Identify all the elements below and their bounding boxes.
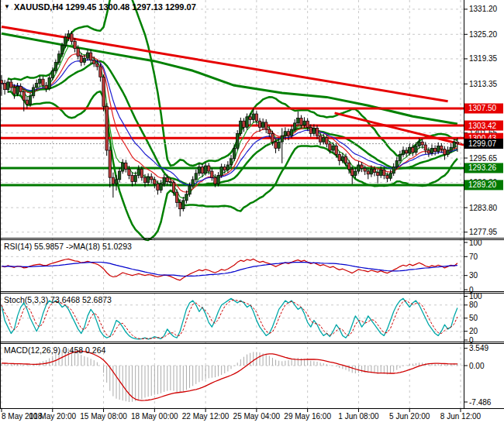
price-badge-text: 1293.26: [468, 163, 497, 172]
symbol-ohlc-text: XAUUSD,H4 1299.45 1300.48 1297.13 1299.0…: [14, 2, 196, 12]
candlestick: [105, 103, 108, 156]
price-badge-text: 1303.42: [468, 122, 497, 130]
stoch-axis-label: 80: [469, 301, 478, 309]
stoch-axis-label: 20: [469, 327, 478, 335]
price-badge-text: 1289.20: [468, 180, 497, 189]
chart-title-bar: ▼ XAUUSD,H4 1299.45 1300.48 1297.13 1299…: [4, 2, 196, 12]
time-axis-label: 25 May 04:00: [233, 412, 281, 421]
time-axis-label: 18 May 00:00: [131, 412, 178, 421]
price-axis-label: 1313.35: [469, 80, 498, 88]
level-badge-red: 1307.50: [464, 103, 503, 113]
level-badge-red: 1303.42: [464, 121, 503, 131]
trading-chart-window: 1331.201325.201319.351313.351307.501301.…: [0, 0, 504, 426]
time-axis-label: 1 Jun 08:00: [338, 412, 379, 421]
time-axis-label: 10 May 20:00: [29, 412, 76, 421]
price-axis-label: 1295.65: [469, 154, 498, 163]
time-axis-label: 29 May 16:00: [284, 412, 331, 421]
rsi-indicator-label: RSI(14) 55.9857 ->MA(18) 51.0293: [4, 242, 132, 251]
time-axis-label: 15 May 08:00: [80, 412, 127, 421]
price-axis-label: 1277.95: [469, 228, 498, 236]
price-axis-label: 1319.35: [469, 54, 498, 63]
stoch-axis-label: 0: [469, 336, 474, 345]
macd-axis-label: -7.486: [469, 398, 492, 407]
price-axis-label: 1331.20: [469, 5, 498, 13]
macd-axis-label: 3.549: [469, 344, 488, 352]
stoch-axis-label: 50: [469, 314, 478, 322]
chart-canvas[interactable]: 1331.201325.201319.351313.351307.501301.…: [0, 0, 504, 426]
level-badge-green: 1293.26: [464, 163, 503, 173]
rsi-axis-label: 30: [469, 271, 478, 280]
symbol-dropdown-icon[interactable]: ▼: [4, 4, 10, 10]
price-axis-label: 1325.20: [469, 30, 498, 39]
stoch-axis-label: 100: [469, 292, 482, 301]
stoch-indicator-label: Stoch(5,3,3) 73.6468 52.6873: [4, 295, 112, 304]
time-axis-label: 22 May 12:00: [182, 412, 230, 421]
macd-indicator-label: MACD(12,26,9) 0.458 0.264: [4, 345, 105, 355]
price-axis-label: 1283.80: [469, 204, 498, 212]
rsi-axis-label: 70: [469, 253, 478, 261]
time-axis-label: 8 Jun 12:00: [440, 412, 482, 421]
macd-axis-label: 0.00: [469, 362, 485, 370]
price-badge-text: 1299.07: [468, 139, 497, 148]
price-badge-text: 1307.50: [468, 104, 497, 112]
time-axis-label: 5 Jun 20:00: [389, 412, 430, 421]
candlestick: [102, 74, 105, 112]
rsi-axis-label: 100: [469, 239, 482, 247]
level-badge-green: 1289.20: [464, 180, 503, 190]
current-price-badge: 1299.07: [464, 139, 503, 149]
